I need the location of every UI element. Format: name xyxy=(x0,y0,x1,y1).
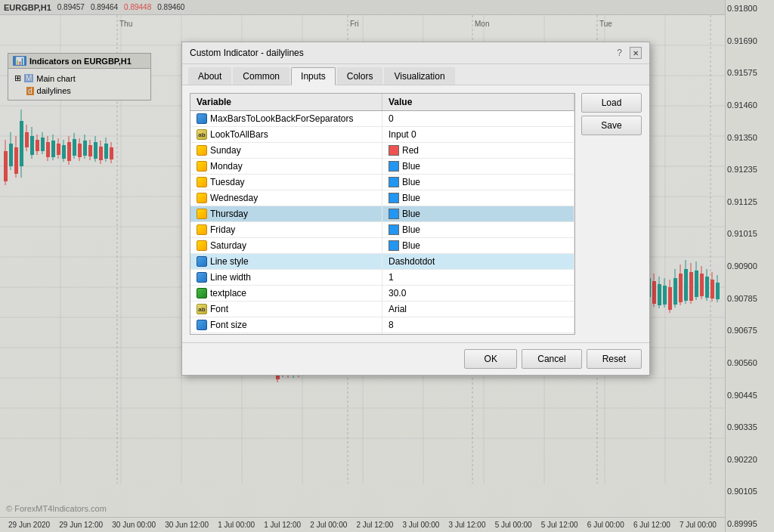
value-label: Input 0 xyxy=(389,129,416,140)
row-icon xyxy=(197,320,207,330)
dialog-titlebar[interactable]: Custom Indicator - dailylines ? ✕ xyxy=(182,42,649,64)
color-swatch xyxy=(389,240,399,251)
variable-label: Line width xyxy=(210,272,251,283)
value-label: Blue xyxy=(402,193,420,203)
col-value: Value xyxy=(382,94,574,110)
variable-label: Tuesday xyxy=(210,177,245,187)
value-cell: 8 xyxy=(382,317,574,332)
table-row[interactable]: Sunday Red xyxy=(190,143,574,159)
value-label: Blue xyxy=(402,224,420,235)
variable-cell: Anchor type xyxy=(190,333,382,335)
row-icon xyxy=(197,113,207,124)
row-icon: ab xyxy=(197,304,207,314)
variable-label: Thursday xyxy=(210,209,248,219)
value-cell: 1 xyxy=(382,270,574,285)
value-label: 30.0 xyxy=(389,288,406,298)
variable-label: Wednesday xyxy=(210,193,258,203)
variable-label: Monday xyxy=(210,161,243,172)
row-icon xyxy=(197,272,207,283)
row-icon xyxy=(197,240,207,251)
row-icon xyxy=(197,288,207,298)
variable-cell: ab LookToAllBars xyxy=(190,127,382,142)
dialog-tabs: About Common Inputs Colors Visualization xyxy=(182,64,649,85)
custom-indicator-dialog: Custom Indicator - dailylines ? ✕ About … xyxy=(181,42,650,376)
table-row[interactable]: Tuesday Blue xyxy=(190,175,574,190)
variable-label: Font size xyxy=(210,320,247,330)
value-label: Blue xyxy=(402,177,420,187)
save-button[interactable]: Save xyxy=(581,116,642,135)
cancel-button[interactable]: Cancel xyxy=(522,349,581,369)
variable-label: LookToAllBars xyxy=(210,129,268,140)
table-row[interactable]: Font size 8 xyxy=(190,317,574,333)
variable-label: textplace xyxy=(210,288,246,298)
variable-cell: MaxBarsToLookBackForSeparators xyxy=(190,111,382,126)
tab-common[interactable]: Common xyxy=(233,67,289,85)
color-swatch xyxy=(389,193,399,203)
tab-about[interactable]: About xyxy=(188,67,231,85)
value-cell: Blue xyxy=(382,190,574,206)
variable-label: Sunday xyxy=(210,145,241,156)
table-row[interactable]: textplace 30.0 xyxy=(190,286,574,302)
table-row[interactable]: ab LookToAllBars Input 0 xyxy=(190,127,574,143)
value-label: Blue xyxy=(402,209,420,219)
table-row[interactable]: Saturday Blue xyxy=(190,238,574,254)
variable-cell: Line width xyxy=(190,270,382,285)
variable-cell: ab Font xyxy=(190,302,382,317)
tab-visualization[interactable]: Visualization xyxy=(384,67,454,85)
color-swatch xyxy=(389,161,399,172)
table-row[interactable]: MaxBarsToLookBackForSeparators 0 xyxy=(190,111,574,127)
ok-button[interactable]: OK xyxy=(464,349,517,369)
value-cell: Arial xyxy=(382,302,574,317)
tab-colors[interactable]: Colors xyxy=(337,67,383,85)
row-icon xyxy=(197,177,207,187)
table-row-thursday[interactable]: Thursday Blue xyxy=(190,206,574,222)
reset-button[interactable]: Reset xyxy=(587,349,642,369)
close-button[interactable]: ✕ xyxy=(630,47,642,59)
variable-label: Line style xyxy=(210,256,249,267)
value-cell: Blue xyxy=(382,238,574,253)
help-button[interactable]: ? xyxy=(612,48,627,58)
variable-cell: textplace xyxy=(190,286,382,301)
value-cell: Input 0 xyxy=(382,127,574,142)
col-variable: Variable xyxy=(190,94,382,110)
color-swatch xyxy=(389,209,399,219)
value-cell: Blue xyxy=(382,159,574,174)
row-icon: ab xyxy=(197,129,207,140)
color-swatch xyxy=(389,145,399,156)
row-icon xyxy=(197,145,207,156)
row-icon xyxy=(197,161,207,172)
table-row-anchor[interactable]: Anchor type Left side's center ▼ xyxy=(190,333,574,335)
value-cell: Red xyxy=(382,143,574,158)
value-label: Red xyxy=(402,145,419,156)
table-row[interactable]: Wednesday Blue xyxy=(190,190,574,206)
variable-cell: Line style xyxy=(190,254,382,269)
value-label: 8 xyxy=(389,320,394,330)
row-icon xyxy=(197,209,207,219)
row-icon xyxy=(197,256,207,267)
variable-cell: Thursday xyxy=(190,206,382,221)
dialog-body: Variable Value MaxBarsToLookBackForSepar… xyxy=(182,85,649,342)
table-row[interactable]: Friday Blue xyxy=(190,222,574,238)
table-row[interactable]: Line width 1 xyxy=(190,270,574,286)
dialog-footer: OK Cancel Reset xyxy=(182,342,649,375)
row-icon xyxy=(197,224,207,235)
parameter-table[interactable]: Variable Value MaxBarsToLookBackForSepar… xyxy=(190,93,575,335)
variable-label: Saturday xyxy=(210,240,246,251)
value-cell: Dashdotdot xyxy=(382,254,574,269)
load-button[interactable]: Load xyxy=(581,93,642,113)
table-row[interactable]: Monday Blue xyxy=(190,159,574,175)
variable-cell: Sunday xyxy=(190,143,382,158)
variable-cell: Saturday xyxy=(190,238,382,253)
variable-cell: Font size xyxy=(190,317,382,332)
color-swatch xyxy=(389,224,399,235)
table-row[interactable]: Line style Dashdotdot xyxy=(190,254,574,270)
value-cell: Blue xyxy=(382,222,574,237)
value-cell[interactable]: Left side's center ▼ xyxy=(382,333,574,335)
value-label: Blue xyxy=(402,240,420,251)
color-swatch xyxy=(389,177,399,187)
value-cell: Blue xyxy=(382,206,574,221)
tab-inputs[interactable]: Inputs xyxy=(291,67,336,85)
variable-cell: Tuesday xyxy=(190,175,382,190)
value-label: Blue xyxy=(402,161,420,172)
table-row[interactable]: ab Font Arial xyxy=(190,302,574,317)
